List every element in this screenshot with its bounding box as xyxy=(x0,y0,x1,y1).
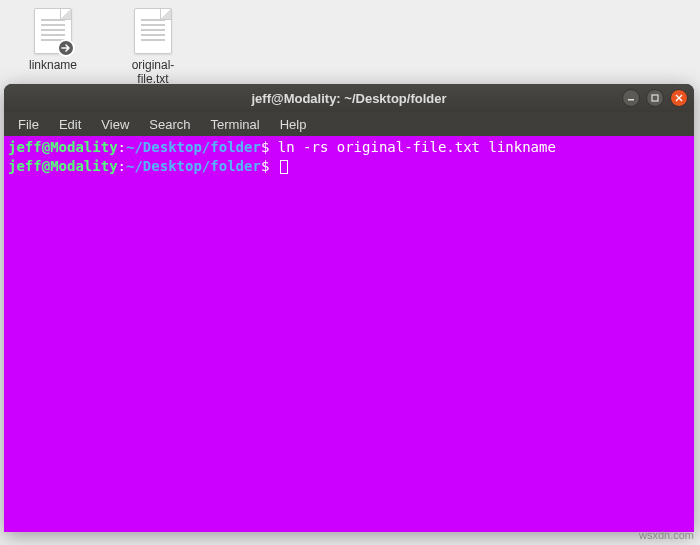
file-icon xyxy=(34,8,72,54)
window-titlebar[interactable]: jeff@Modality: ~/Desktop/folder xyxy=(4,84,694,112)
maximize-button[interactable] xyxy=(646,89,664,107)
desktop-icon-linkname[interactable]: linkname xyxy=(18,8,88,87)
file-icon xyxy=(134,8,172,54)
menu-file[interactable]: File xyxy=(8,115,49,134)
desktop-background: linkname original-file.txt jeff@Modality… xyxy=(0,0,700,545)
menubar: File Edit View Search Terminal Help xyxy=(4,112,694,136)
desktop-icon-original-file[interactable]: original-file.txt xyxy=(118,8,188,87)
desktop-icon-label: linkname xyxy=(29,58,77,72)
prompt-user: jeff@Modality xyxy=(8,139,118,155)
prompt-separator: : xyxy=(118,139,126,155)
menu-terminal[interactable]: Terminal xyxy=(201,115,270,134)
terminal-line: jeff@Modality:~/Desktop/folder$ ln -rs o… xyxy=(8,139,556,155)
desktop-icons-container: linkname original-file.txt xyxy=(0,0,700,95)
terminal-line: jeff@Modality:~/Desktop/folder$ xyxy=(8,158,288,174)
watermark: wsxdn.com xyxy=(639,529,694,541)
prompt-path: ~/Desktop/folder xyxy=(126,139,261,155)
menu-view[interactable]: View xyxy=(91,115,139,134)
command-text xyxy=(269,158,277,174)
close-button[interactable] xyxy=(670,89,688,107)
symlink-arrow-icon xyxy=(57,39,75,57)
prompt-separator: : xyxy=(118,158,126,174)
svg-rect-0 xyxy=(628,99,634,101)
minimize-icon xyxy=(627,94,635,102)
close-icon xyxy=(675,94,683,102)
menu-help[interactable]: Help xyxy=(270,115,317,134)
maximize-icon xyxy=(651,94,659,102)
cursor-icon xyxy=(280,160,288,174)
minimize-button[interactable] xyxy=(622,89,640,107)
terminal-window: jeff@Modality: ~/Desktop/folder File Edi… xyxy=(4,84,694,532)
svg-rect-1 xyxy=(652,95,658,101)
desktop-icon-label: original-file.txt xyxy=(118,58,188,87)
prompt-user: jeff@Modality xyxy=(8,158,118,174)
window-controls xyxy=(622,89,688,107)
menu-edit[interactable]: Edit xyxy=(49,115,91,134)
command-text: ln -rs original-file.txt linkname xyxy=(269,139,556,155)
window-title: jeff@Modality: ~/Desktop/folder xyxy=(251,91,446,106)
prompt-path: ~/Desktop/folder xyxy=(126,158,261,174)
menu-search[interactable]: Search xyxy=(139,115,200,134)
terminal-body[interactable]: jeff@Modality:~/Desktop/folder$ ln -rs o… xyxy=(4,136,694,532)
